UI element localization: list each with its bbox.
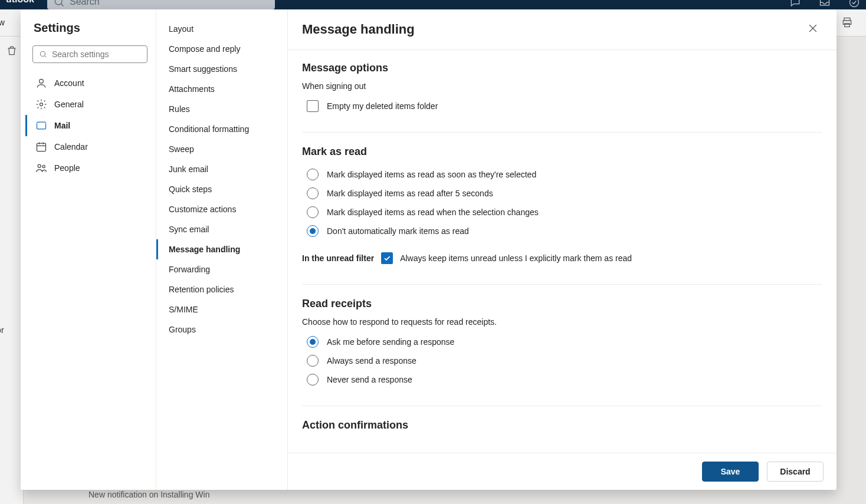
section-heading: Mark as read [302,146,822,158]
nav-mail[interactable]: Mail [25,115,147,136]
mark-read-option[interactable]: Mark displayed items as read after 5 sec… [302,184,822,203]
radio-label: Mark displayed items as read when the se… [327,207,539,217]
discard-button[interactable]: Discard [767,462,824,482]
settings-nav-list: Account General Mail Calendar People [32,73,147,179]
svg-line-8 [45,56,47,58]
svg-point-14 [42,165,45,167]
section-read-receipts: Read receipts Choose how to respond to r… [302,298,822,406]
mark-read-option[interactable]: Don't automatically mark items as read [302,222,822,241]
svg-rect-11 [37,122,46,129]
mark-read-option[interactable]: Mark displayed items as read when the se… [302,203,822,222]
radio-label: Mark displayed items as read after 5 sec… [327,189,493,198]
radio-label: Ask me before sending a response [327,337,454,347]
section-action-confirmations: Action confirmations [302,419,822,453]
radio-label: Always send a response [327,356,416,365]
person-icon [35,77,47,89]
nav-label: Calendar [54,142,88,151]
radio-label: Don't automatically mark items as read [327,226,469,236]
svg-point-9 [40,79,44,83]
radio-button[interactable] [307,225,319,237]
nav-calendar[interactable]: Calendar [25,136,147,157]
search-settings-input[interactable] [52,50,141,59]
subnav-item[interactable]: Layout [156,19,287,39]
close-icon [807,22,819,34]
radio-button[interactable] [307,169,319,180]
unread-filter-row: In the unread filter Always keep items u… [302,249,822,268]
subnav-item[interactable]: Attachments [156,79,287,99]
svg-rect-12 [37,143,46,151]
settings-nav-secondary: LayoutCompose and replySmart suggestions… [156,9,288,490]
settings-nav-primary: Settings Account General Mail Calendar [21,9,156,490]
save-button[interactable]: Save [702,462,759,482]
mark-read-option[interactable]: Mark displayed items as read as soon as … [302,165,822,184]
nav-label: People [54,163,80,173]
section-subhead: Choose how to respond to requests for re… [302,317,822,327]
subnav-item[interactable]: Customize actions [156,199,287,219]
subnav-item[interactable]: Groups [156,319,287,340]
radio-button[interactable] [307,206,319,218]
subnav-item[interactable]: Sweep [156,139,287,159]
radio-button[interactable] [307,187,319,199]
radio-button[interactable] [307,374,319,386]
unread-filter-check-label: Always keep items unread unless I explic… [400,253,632,263]
mail-icon [35,120,47,131]
radio-button[interactable] [307,355,319,367]
checkbox-label: Empty my deleted items folder [327,101,438,111]
section-mark-read: Mark as read Mark displayed items as rea… [302,146,822,285]
section-subhead: When signing out [302,81,822,91]
nav-label: Account [54,78,84,88]
subnav-item[interactable]: Sync email [156,219,287,239]
radio-button[interactable] [307,336,319,348]
check-icon [383,254,391,262]
unread-filter-label: In the unread filter [302,253,374,263]
subnav-item[interactable]: Junk email [156,159,287,179]
subnav-item[interactable]: Retention policies [156,279,287,299]
svg-point-7 [40,51,45,56]
subnav-list: LayoutCompose and replySmart suggestions… [156,19,287,340]
section-heading: Message options [302,62,822,74]
empty-deleted-row[interactable]: Empty my deleted items folder [302,97,822,116]
section-message-options: Message options When signing out Empty m… [302,62,822,133]
section-heading: Read receipts [302,298,822,310]
settings-title: Settings [34,21,147,35]
receipt-option[interactable]: Never send a response [302,370,822,389]
svg-point-13 [38,164,41,167]
subnav-item[interactable]: Smart suggestions [156,59,287,79]
subnav-item[interactable]: Message handling [156,239,287,259]
settings-modal: Settings Account General Mail Calendar [21,9,837,490]
section-heading: Action confirmations [302,419,822,431]
radio-label: Never send a response [327,375,412,384]
gear-icon [35,98,47,110]
subnav-item[interactable]: Rules [156,99,287,119]
calendar-icon [35,141,47,153]
nav-label: General [54,100,84,109]
subnav-item[interactable]: Forwarding [156,259,287,279]
subnav-item[interactable]: Quick steps [156,179,287,199]
content-footer: Save Discard [288,453,837,490]
nav-people[interactable]: People [25,157,147,179]
search-settings[interactable] [32,45,147,63]
receipt-option[interactable]: Always send a response [302,351,822,370]
receipt-option[interactable]: Ask me before sending a response [302,332,822,351]
subnav-item[interactable]: Conditional formatting [156,119,287,139]
subnav-item[interactable]: Compose and reply [156,39,287,59]
unread-filter-checkbox[interactable] [381,252,393,264]
close-button[interactable] [805,20,821,39]
search-icon [39,50,47,59]
settings-content: Message handling Message options When si… [288,9,837,490]
subnav-item[interactable]: S/MIME [156,299,287,319]
nav-label: Mail [54,121,70,130]
content-body[interactable]: Message options When signing out Empty m… [288,50,837,453]
nav-account[interactable]: Account [25,73,147,94]
svg-point-10 [40,103,43,106]
people-icon [35,162,47,174]
radio-label: Mark displayed items as read as soon as … [327,170,536,179]
nav-general[interactable]: General [25,94,147,115]
page-title: Message handling [302,22,415,37]
content-header: Message handling [288,9,837,50]
empty-deleted-checkbox[interactable] [307,100,319,112]
